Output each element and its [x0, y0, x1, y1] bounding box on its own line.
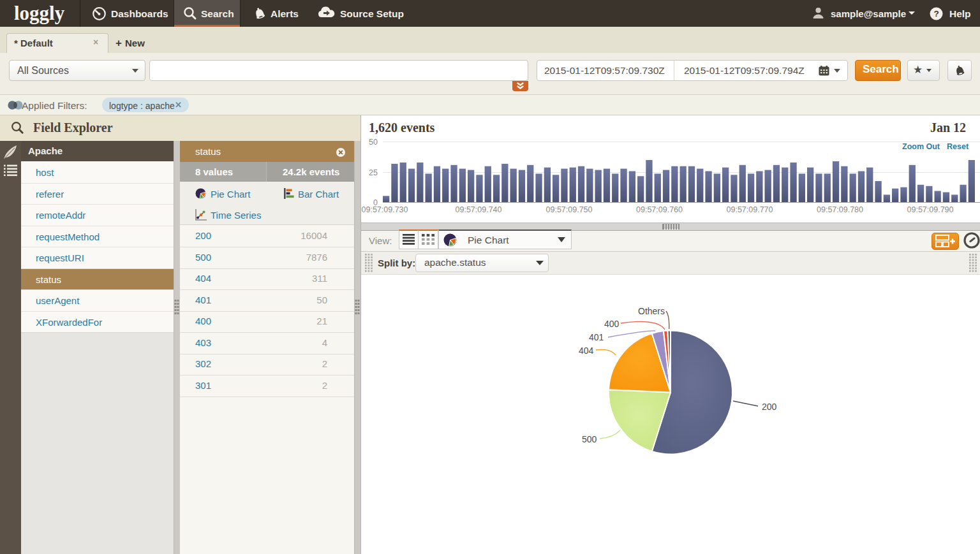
- svg-text:25: 25: [369, 168, 378, 177]
- svg-text:400: 400: [604, 319, 620, 329]
- svg-text:09:57:09.760: 09:57:09.760: [636, 205, 683, 214]
- svg-text:09:57:09.780: 09:57:09.780: [817, 205, 863, 214]
- svg-text:09:57:09.790: 09:57:09.790: [907, 205, 954, 214]
- svg-text:09:57:09.750: 09:57:09.750: [546, 205, 593, 214]
- svg-text:404: 404: [579, 346, 594, 356]
- svg-text:09:57:09.770: 09:57:09.770: [727, 205, 773, 214]
- svg-text:200: 200: [762, 402, 777, 412]
- svg-text:50: 50: [369, 138, 378, 147]
- svg-text:500: 500: [582, 434, 597, 444]
- svg-text:09:57:09.740: 09:57:09.740: [456, 205, 502, 214]
- svg-text:Others: Others: [638, 306, 665, 316]
- svg-text:?: ?: [933, 9, 939, 18]
- svg-text:09:57:09.730: 09:57:09.730: [362, 205, 408, 214]
- svg-text:401: 401: [589, 332, 604, 342]
